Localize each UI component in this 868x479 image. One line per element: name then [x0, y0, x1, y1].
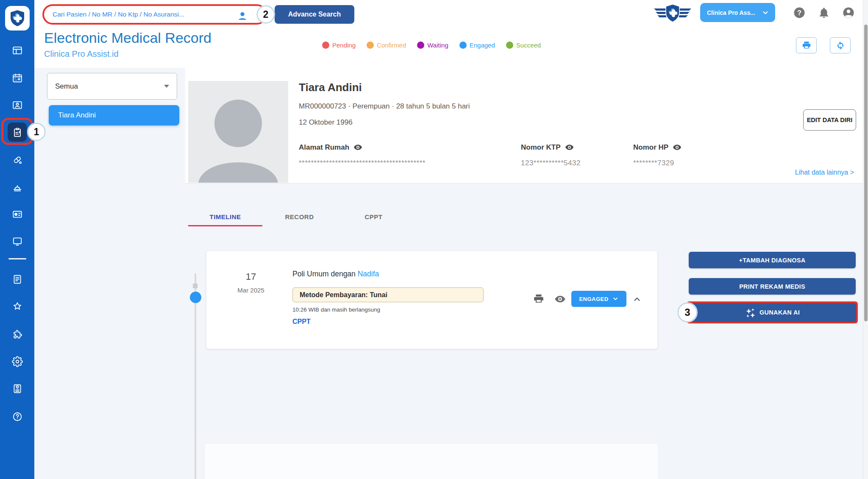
eye-icon[interactable] — [672, 142, 682, 152]
field-label-hp: Nomor HP — [633, 142, 682, 152]
print-page-button[interactable] — [796, 37, 817, 53]
legend-label: Engaged — [470, 42, 495, 49]
field-value-ktp: 123**********5432 — [521, 159, 581, 167]
eye-icon[interactable] — [353, 142, 363, 152]
record-tabs: TIMELINE RECORD CPPT — [188, 208, 411, 226]
timeline-dot[interactable] — [190, 292, 201, 303]
puzzle-icon — [12, 329, 23, 340]
shield-logo-icon — [10, 10, 25, 27]
print-medical-record-button[interactable]: PRINT REKAM MEDIS — [689, 278, 856, 295]
sidebar-item-patients[interactable] — [8, 95, 27, 114]
sidebar-item-integrations[interactable] — [8, 325, 27, 344]
more-data-link[interactable]: Lihat data lainnya > — [795, 169, 854, 176]
sidebar-item-payment-card[interactable] — [8, 204, 27, 223]
ai-sparkles-icon — [745, 307, 755, 318]
sidebar-item-help[interactable] — [8, 407, 27, 426]
field-label-alamat: Alamat Rumah — [299, 142, 363, 152]
legend-item-waiting: Waiting — [417, 42, 448, 49]
dashboard-icon — [12, 45, 23, 56]
legend-item-engaged: Engaged — [459, 42, 495, 49]
patient-search-input[interactable]: Cari Pasien / No MR / No Ktp / No Asuran… — [42, 4, 267, 25]
annotation-step3-badge: 3 — [678, 303, 697, 322]
calendar-icon — [12, 72, 23, 84]
notifications-bell-icon[interactable] — [818, 6, 830, 19]
engaged-dot — [459, 42, 467, 49]
legend-label: Pending — [332, 42, 356, 49]
field-value-hp: ********7329 — [633, 159, 674, 167]
tab-record[interactable]: RECORD — [262, 208, 337, 226]
doctor-link[interactable]: Nadifa — [358, 270, 379, 278]
patient-name: Tiara Andini — [299, 81, 362, 94]
add-diagnosis-button[interactable]: +TAMBAH DIAGNOSA — [689, 252, 856, 268]
annotation-step2-badge: 2 — [257, 6, 275, 23]
view-entry-eye-icon[interactable] — [554, 293, 566, 305]
help-icon[interactable]: ? — [793, 6, 806, 19]
field-label-ktp: Nomor KTP — [521, 142, 574, 152]
timeline-tick — [193, 284, 198, 288]
sidebar-item-medical-record[interactable] — [8, 123, 27, 142]
sidebar-item-calendar[interactable] — [8, 68, 27, 87]
legend-label: Confirmed — [377, 42, 406, 49]
document-icon — [12, 274, 23, 285]
use-ai-button[interactable]: GUNAKAN AI — [688, 303, 856, 322]
refresh-icon — [836, 41, 845, 50]
active-tab-indicator — [188, 225, 262, 226]
status-legend: Pending Confirmed Waiting Engaged Succee… — [322, 42, 541, 49]
print-entry-icon[interactable] — [533, 293, 544, 304]
waiting-dot — [417, 42, 424, 49]
medical-record-icon — [12, 127, 23, 138]
account-icon[interactable] — [842, 6, 855, 19]
help-circle-icon — [12, 411, 23, 422]
patient-filter-select[interactable]: Semua — [47, 73, 177, 100]
app-logo[interactable] — [5, 6, 30, 31]
sidebar-item-settings[interactable] — [8, 352, 27, 371]
sidebar-item-cashier[interactable] — [8, 177, 27, 196]
search-placeholder: Cari Pasien / No MR / No Ktp / No Asuran… — [53, 11, 184, 18]
eye-icon[interactable] — [565, 142, 574, 152]
service-bell-icon — [12, 181, 23, 192]
use-ai-label: GUNAKAN AI — [760, 309, 800, 316]
sidebar-item-pharmacy[interactable] — [8, 150, 27, 169]
person-search-icon — [236, 10, 248, 22]
scrollbar-track[interactable] — [863, 0, 868, 479]
pill-icon — [12, 154, 23, 165]
legend-label: Waiting — [427, 42, 448, 49]
status-dropdown-button[interactable]: ENGAGED — [571, 291, 626, 307]
status-label: ENGAGED — [579, 296, 608, 302]
org-selector-button[interactable]: Clinica Pro Ass... — [700, 3, 775, 22]
pending-dot — [322, 42, 329, 49]
sidebar-divider — [8, 258, 26, 259]
entry-month-year: Mar 2025 — [230, 287, 272, 294]
succeed-dot — [506, 42, 513, 49]
emr-app: Cari Pasien / No MR / No Ktp / No Asuran… — [0, 0, 868, 479]
sidebar-item-favorites[interactable] — [8, 297, 27, 316]
entry-title: Poli Umum dengan Nadifa — [292, 270, 379, 278]
collapse-chevron-up-icon[interactable] — [632, 295, 642, 304]
printer-icon — [802, 41, 811, 50]
tab-timeline[interactable]: TIMELINE — [188, 208, 262, 226]
timeline-entry-card: 17 Mar 2025 Poli Umum dengan Nadifa Meto… — [206, 251, 657, 349]
legend-item-succeed: Succeed — [506, 42, 541, 49]
cppt-link[interactable]: CPPT — [292, 318, 311, 326]
sidebar-item-monitor[interactable] — [8, 231, 27, 251]
annotation-step1-badge: 1 — [28, 123, 45, 141]
refresh-button[interactable] — [830, 37, 851, 53]
sidebar-item-membership[interactable] — [8, 379, 27, 398]
payment-method-box: Metode Pembayaran: Tunai — [292, 287, 484, 302]
edit-data-button[interactable]: EDIT DATA DIRI — [803, 109, 856, 131]
sidebar-item-dashboard[interactable] — [8, 41, 27, 60]
use-ai-highlight: GUNAKAN AI — [687, 301, 858, 323]
field-value-alamat: ****************************************… — [299, 159, 426, 167]
chevron-down-icon — [762, 9, 769, 17]
patient-birth-date: 12 Oktober 1996 — [299, 118, 353, 127]
patient-list-item-selected[interactable]: Tiara Andini — [49, 105, 179, 125]
entry-time-note: 10:26 WIB dan masih berlangsung — [292, 306, 380, 313]
scrollbar-thumb[interactable] — [864, 25, 868, 321]
advance-search-button[interactable]: Advance Search — [275, 5, 354, 24]
tab-cppt[interactable]: CPPT — [337, 208, 411, 226]
select-caret-icon — [164, 85, 169, 88]
sidebar — [0, 0, 34, 479]
legend-label: Succeed — [516, 42, 541, 49]
sidebar-item-documents[interactable] — [8, 270, 27, 289]
patient-avatar — [188, 81, 288, 183]
